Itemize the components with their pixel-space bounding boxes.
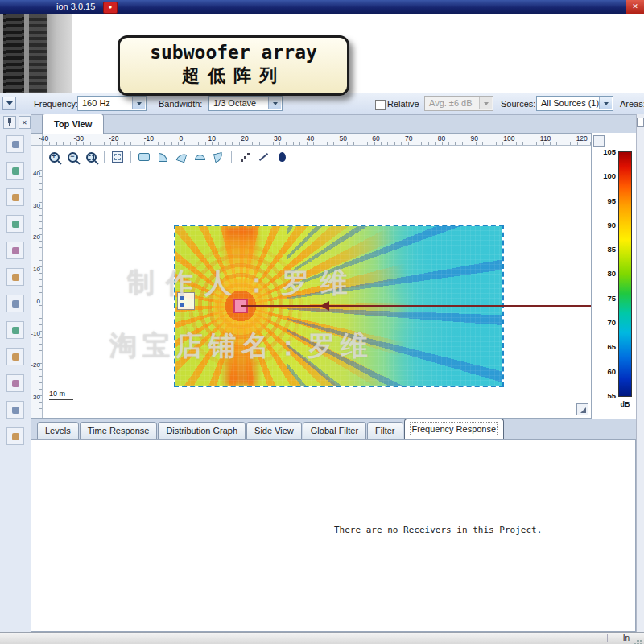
areas-label: Areas: xyxy=(620,99,644,109)
sidebar-tool-button[interactable] xyxy=(6,401,24,419)
bottom-tab[interactable]: Side View xyxy=(246,422,302,439)
viewport[interactable]: + − xyxy=(43,146,591,418)
ruler-tick-label: -30 xyxy=(31,394,40,401)
sidebar-tool-button[interactable] xyxy=(6,162,24,180)
tab-top-view[interactable]: Top View xyxy=(42,114,104,134)
panel-close-button[interactable]: ✕ xyxy=(19,116,31,129)
ruler-tick-label: 110 xyxy=(540,134,551,142)
chevron-down-icon xyxy=(599,97,612,109)
fit-view-button[interactable] xyxy=(109,150,126,164)
close-button[interactable]: ✕ xyxy=(626,0,644,14)
panel-dropdown-button[interactable] xyxy=(2,97,16,110)
left-tool-rail: ✕ xyxy=(0,114,31,632)
resize-grip[interactable] xyxy=(640,640,642,642)
line-tool[interactable] xyxy=(255,150,271,164)
colorbar-tick-label: 95 xyxy=(607,196,616,205)
pin-button[interactable] xyxy=(3,116,16,129)
droplet-icon xyxy=(279,152,286,162)
bottom-tab[interactable]: Frequency Response xyxy=(404,419,505,439)
tool-icon xyxy=(12,274,19,281)
sources-value: All Sources (1) xyxy=(541,98,599,108)
zoom-out-button[interactable]: − xyxy=(64,150,80,164)
colorbar-gradient xyxy=(618,151,632,397)
pan-corner-button[interactable] xyxy=(576,403,588,415)
bottom-tab[interactable]: Levels xyxy=(37,422,79,439)
ruler-tick-label: 80 xyxy=(438,134,445,142)
sidebar-tool-button[interactable] xyxy=(6,295,24,312)
quarter-circle-icon xyxy=(159,153,167,162)
aim-arrow-icon xyxy=(320,301,329,311)
ruler-tick-label: 0 xyxy=(37,298,40,305)
averaging-select[interactable]: Avg. ±6 dB xyxy=(424,96,493,111)
ruler-tick-label: 40 xyxy=(307,134,314,142)
areas-panel-button[interactable] xyxy=(637,118,644,127)
window-title: ion 3.0.15 xyxy=(56,2,95,11)
speaker-stack-left xyxy=(3,14,24,93)
ruler-tick-label: 30 xyxy=(33,202,40,209)
app-window: ion 3.0.15 ● ✕ subwoofer array 超低阵列 Freq… xyxy=(0,0,644,644)
bottom-tab-label: Global Filter xyxy=(311,426,358,436)
colorbar-tick-label: 65 xyxy=(607,342,616,351)
sidebar-tool-button[interactable] xyxy=(6,348,24,365)
zoom-window-button[interactable] xyxy=(83,150,99,164)
area-rectangle-tool[interactable] xyxy=(136,150,152,164)
sidebar-tool-button[interactable] xyxy=(6,188,24,206)
segment-icon xyxy=(213,151,223,162)
colorbar-options-button[interactable] xyxy=(593,135,605,147)
frequency-select[interactable]: 160 Hz xyxy=(77,96,147,111)
area-segment-tool[interactable] xyxy=(210,150,226,164)
callout-text-en: subwoofer array xyxy=(126,42,341,63)
bandwidth-value: 1/3 Octave xyxy=(213,98,256,108)
sidebar-tool-button[interactable] xyxy=(6,321,24,339)
frequency-label: Frequency: xyxy=(34,99,78,109)
sidebar-tool-button[interactable] xyxy=(6,242,24,259)
bottom-tab-label: Side View xyxy=(254,426,294,436)
tool-icon xyxy=(12,380,19,387)
view-toolbar: + − xyxy=(46,150,290,164)
tool-rail-buttons xyxy=(0,135,31,445)
record-button[interactable]: ● xyxy=(103,2,118,14)
bandwidth-select[interactable]: 1/3 Octave xyxy=(208,96,283,111)
sidebar-tool-button[interactable] xyxy=(6,215,24,233)
bottom-tab[interactable]: Distribution Graph xyxy=(158,422,246,439)
array-symbol[interactable] xyxy=(177,292,195,310)
area-half-circle-tool[interactable] xyxy=(192,150,208,164)
zoom-in-button[interactable]: + xyxy=(46,150,62,164)
tool-icon xyxy=(12,221,19,228)
toolbar-separator xyxy=(104,151,105,163)
bottom-tab[interactable]: Global Filter xyxy=(303,422,366,439)
bottom-tab-label: Frequency Response xyxy=(412,424,497,434)
sources-label: Sources: xyxy=(501,99,535,109)
stairs-icon xyxy=(244,156,246,159)
view-tab-bar: Top View xyxy=(31,114,592,133)
bottom-tab[interactable]: Time Response xyxy=(80,422,158,439)
ruler-tick-label: 0 xyxy=(179,134,183,142)
status-bar: In xyxy=(0,632,644,644)
ruler-tick-label: 10 xyxy=(208,134,215,142)
control-toolbar: Frequency: 160 Hz Bandwidth: 1/3 Octave … xyxy=(0,93,644,115)
sidebar-tool-button[interactable] xyxy=(6,135,24,153)
stairs-tool[interactable] xyxy=(237,150,253,164)
bottom-tab-label: Filter xyxy=(375,426,394,436)
sidebar-tool-button[interactable] xyxy=(6,374,24,392)
zoom-out-icon: − xyxy=(68,152,78,163)
bottom-tab[interactable]: Filter xyxy=(367,422,402,439)
top-view-canvas: -40-30-20-100102030405060708090100110120… xyxy=(31,133,592,419)
line-icon xyxy=(258,153,267,161)
ruler-tick-label: 60 xyxy=(372,134,379,142)
ruler-tick-label: 90 xyxy=(471,134,478,142)
bottom-tab-bar: Levels Time Response Distribution Graph … xyxy=(31,419,636,439)
area-arc-tool[interactable] xyxy=(173,150,189,164)
bottom-tab-label: Distribution Graph xyxy=(166,426,237,436)
relative-checkbox[interactable] xyxy=(375,100,386,110)
chevron-down-icon xyxy=(132,97,145,109)
receiver-tool[interactable] xyxy=(274,150,290,164)
sidebar-tool-button[interactable] xyxy=(6,427,24,445)
colorbar-tick-label: 55 xyxy=(607,391,616,400)
bottom-tab-label: Levels xyxy=(45,426,71,436)
sidebar-tool-button[interactable] xyxy=(6,268,24,286)
bottom-tab-label: Time Response xyxy=(88,426,150,436)
sources-select[interactable]: All Sources (1) xyxy=(536,96,613,111)
area-quarter-circle-tool[interactable] xyxy=(155,150,171,164)
ruler-tick-label: 40 xyxy=(33,170,40,177)
